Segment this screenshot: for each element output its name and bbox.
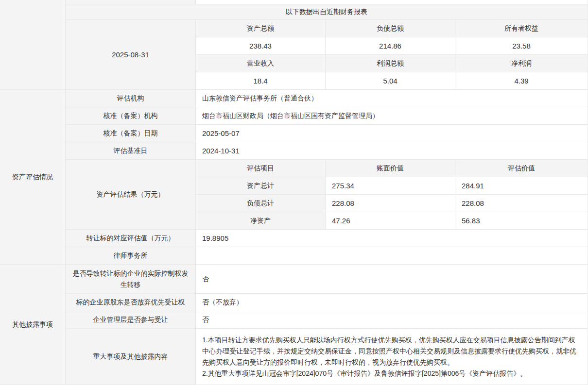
approval-date-label: 核准（备案）日期 [66, 125, 196, 142]
management-value: 否 [196, 311, 588, 329]
table-row: 企业管理层是否参与受让 否 [66, 311, 588, 329]
financial-date: 2025-08-31 [66, 20, 196, 90]
section-column-spacer [0, 4, 66, 20]
result-item: 净资产 [196, 212, 326, 230]
evaluation-rows: 评估机构 山东敦信资产评估事务所（普通合伙） 核准（备案）机构 烟台市福山区财政… [66, 90, 588, 265]
section-column-spacer [0, 0, 66, 4]
result-label: 资产评估结果（万元） [66, 160, 196, 230]
other-section: 其他披露事项 是否导致转让标的企业的实际控制权发生转移 否 标的企业原股东是否放… [0, 265, 588, 385]
base-date-label: 评估基准日 [66, 142, 196, 160]
approval-date-value: 2025-05-07 [196, 125, 588, 142]
table-row: 律师事务所 [66, 247, 588, 265]
financial-header-row: 营业收入 利润总额 净利润 [196, 55, 588, 72]
result-assessed-value: 56.83 [455, 212, 588, 230]
approval-org-value: 烟台市福山区财政局（烟台市福山区国有资产监督管理局） [196, 107, 588, 125]
major-items-paragraph-1: 1.本项目转让方要求优先购买权人只能以场内行权方式行使优先购买权，优先购买权人应… [202, 335, 581, 368]
content-spacer [196, 0, 588, 4]
metric-label: 净利润 [455, 55, 588, 72]
other-rows: 是否导致转让标的企业的实际控制权发生转移 否 标的企业原股东是否放弃优先受让权 … [66, 265, 588, 385]
result-row: 负债总计 228.08 228.08 [196, 195, 588, 212]
result-header-item: 评估项目 [196, 160, 326, 177]
financial-block: 2025-08-31 资产总额 负债总额 所有者权益 238.43 214.86… [0, 20, 588, 90]
result-book-value: 228.08 [326, 195, 455, 212]
evaluation-section: 资产评估情况 评估机构 山东敦信资产评估事务所（普通合伙） 核准（备案）机构 烟… [0, 90, 588, 265]
metric-value: 23.58 [455, 37, 588, 55]
agency-label: 评估机构 [66, 90, 196, 107]
section-title-other: 其他披露事项 [0, 265, 66, 385]
section-column-spacer [0, 20, 66, 90]
metric-value: 5.04 [326, 72, 455, 90]
major-items-paragraph-2: 2.其他重大事项详见山冠会审字[2024]070号《审计报告》及鲁敦信评报字[2… [202, 368, 581, 379]
metric-label: 资产总额 [196, 20, 326, 37]
metric-label: 负债总额 [326, 20, 455, 37]
result-header-book: 账面价值 [326, 160, 455, 177]
target-value-label: 转让标的对应评估值（万元） [66, 230, 196, 247]
label-column-spacer [66, 0, 196, 4]
law-firm-value [196, 247, 588, 265]
control-transfer-label: 是否导致转让标的企业的实际控制权发生转移 [66, 265, 196, 294]
result-item: 负债总计 [196, 195, 326, 212]
result-item: 资产总计 [196, 177, 326, 195]
metric-label: 利润总额 [326, 55, 455, 72]
waiver-label: 标的企业原股东是否放弃优先受让权 [66, 294, 196, 311]
table-row: 是否导致转让标的企业的实际控制权发生转移 否 [66, 265, 588, 294]
approval-org-label: 核准（备案）机构 [66, 107, 196, 125]
management-label: 企业管理层是否参与受让 [66, 311, 196, 329]
major-items-label: 重大事项及其他披露内容 [66, 329, 196, 385]
financial-header-row: 资产总额 负债总额 所有者权益 [196, 20, 588, 37]
result-book-value: 275.34 [326, 177, 455, 195]
table-row: 评估机构 山东敦信资产评估事务所（普通合伙） [66, 90, 588, 107]
financial-note: 以下数据出自近期财务报表 [66, 4, 588, 20]
result-row: 资产总计 275.34 284.91 [196, 177, 588, 195]
result-block: 资产评估结果（万元） 评估项目 账面价值 评估价值 资产总计 275.34 28… [66, 160, 588, 230]
result-row: 净资产 47.26 56.83 [196, 212, 588, 230]
financial-grid: 资产总额 负债总额 所有者权益 238.43 214.86 23.58 营业收入… [196, 20, 588, 90]
section-title-evaluation: 资产评估情况 [0, 90, 66, 265]
financial-value-row: 18.4 5.04 4.39 [196, 72, 588, 90]
metric-value: 238.43 [196, 37, 326, 55]
control-transfer-value: 否 [196, 265, 588, 294]
result-book-value: 47.26 [326, 212, 455, 230]
result-table: 评估项目 账面价值 评估价值 资产总计 275.34 284.91 负债总计 2… [196, 160, 588, 230]
table-row: 标的企业原股东是否放弃优先受让权 否（不放弃） [66, 294, 588, 311]
metric-label: 所有者权益 [455, 20, 588, 37]
metric-value: 18.4 [196, 72, 326, 90]
metric-value: 4.39 [455, 72, 588, 90]
table-row: 转让标的对应评估值（万元） 19.8905 [66, 230, 588, 247]
waiver-value: 否（不放弃） [196, 294, 588, 311]
result-assessed-value: 284.91 [455, 177, 588, 195]
law-firm-label: 律师事务所 [66, 247, 196, 265]
partial-top-row [0, 0, 588, 4]
major-items-content: 1.本项目转让方要求优先购买权人只能以场内行权方式行使优先购买权，优先购买权人应… [196, 329, 588, 385]
table-row: 评估基准日 2024-10-31 [66, 142, 588, 160]
base-date-value: 2024-10-31 [196, 142, 588, 160]
table-row: 核准（备案）日期 2025-05-07 [66, 125, 588, 142]
metric-label: 营业收入 [196, 55, 326, 72]
result-header-row: 评估项目 账面价值 评估价值 [196, 160, 588, 177]
result-assessed-value: 228.08 [455, 195, 588, 212]
table-row: 核准（备案）机构 烟台市福山区财政局（烟台市福山区国有资产监督管理局） [66, 107, 588, 125]
financial-value-row: 238.43 214.86 23.58 [196, 37, 588, 55]
agency-value: 山东敦信资产评估事务所（普通合伙） [196, 90, 588, 107]
target-value: 19.8905 [196, 230, 588, 247]
note-row: 以下数据出自近期财务报表 [0, 4, 588, 20]
metric-value: 214.86 [326, 37, 455, 55]
disclosure-table: 以下数据出自近期财务报表 2025-08-31 资产总额 负债总额 所有者权益 … [0, 0, 588, 385]
table-row: 重大事项及其他披露内容 1.本项目转让方要求优先购买权人只能以场内行权方式行使优… [66, 329, 588, 385]
result-header-assessed: 评估价值 [455, 160, 588, 177]
